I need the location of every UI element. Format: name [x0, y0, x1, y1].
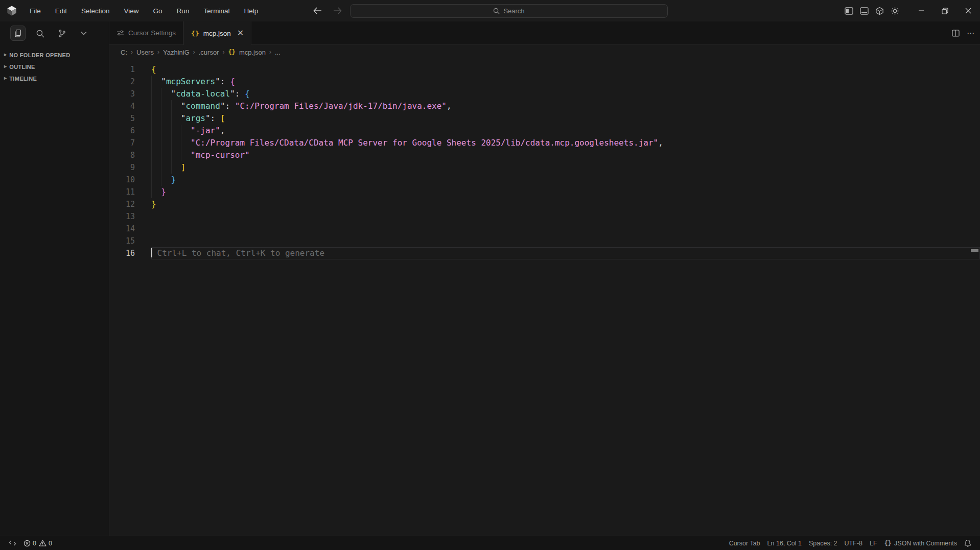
back-arrow-icon[interactable]	[313, 7, 322, 14]
menu-run[interactable]: Run	[172, 5, 195, 17]
menu-go[interactable]: Go	[148, 5, 168, 17]
status-indentation[interactable]: Spaces: 2	[805, 540, 841, 547]
breadcrumb-cursor-dir[interactable]: .cursor	[199, 49, 219, 56]
code-line-text	[151, 223, 980, 235]
window-restore-button[interactable]	[933, 0, 956, 21]
search-label: Search	[503, 7, 524, 15]
code-line[interactable]: 9 ]	[109, 161, 980, 174]
breadcrumb-symbol[interactable]: ...	[275, 49, 281, 56]
code-line[interactable]: 3 "cdata-local": {	[109, 88, 980, 100]
remote-indicator[interactable]	[5, 536, 20, 550]
code-line[interactable]: 4 "command": "C:/Program Files/Java/jdk-…	[109, 100, 980, 112]
line-number: 8	[109, 149, 135, 161]
status-encoding[interactable]: UTF-8	[841, 540, 866, 547]
sidebar-item-timeline[interactable]: ▸ TIMELINE	[0, 73, 109, 84]
chevron-right-icon: ▸	[4, 52, 7, 57]
status-cursor-position[interactable]: Ln 16, Col 1	[764, 540, 805, 547]
warning-count: 0	[49, 540, 52, 547]
chevron-separator: ›	[131, 49, 133, 56]
settings-gear-icon[interactable]	[887, 0, 902, 21]
section-label: NO FOLDER OPENED	[9, 52, 70, 58]
chevron-right-icon: ▸	[4, 75, 7, 81]
line-number: 2	[109, 76, 135, 88]
menu-selection[interactable]: Selection	[76, 5, 115, 17]
code-line[interactable]: 7 "C:/Program Files/CData/CData MCP Serv…	[109, 137, 980, 149]
code-line-text	[151, 235, 980, 247]
code-line[interactable]: 5 "args": [	[109, 112, 980, 125]
code-line[interactable]: 10 }	[109, 174, 980, 186]
sliders-icon	[116, 30, 124, 36]
line-number: 3	[109, 88, 135, 100]
code-line[interactable]: 8 "mcp-cursor"	[109, 149, 980, 161]
json-file-icon: {}	[191, 30, 199, 37]
split-editor-icon[interactable]	[952, 30, 960, 37]
status-eol[interactable]: LF	[866, 540, 881, 547]
cursor-logo-icon	[6, 5, 17, 16]
code-line[interactable]: 16Ctrl+L to chat, Ctrl+K to generate	[109, 247, 980, 259]
line-number: 10	[109, 174, 135, 186]
cursor-cube-icon[interactable]	[872, 0, 887, 21]
code-line-text: "C:/Program Files/CData/CData MCP Server…	[151, 137, 980, 149]
chevron-down-icon[interactable]	[76, 26, 91, 41]
window-close-button[interactable]	[956, 0, 980, 21]
sidebar-item-outline[interactable]: ▸ OUTLINE	[0, 61, 109, 73]
chevron-separator: ›	[157, 49, 159, 56]
text-caret	[151, 248, 152, 257]
section-label: TIMELINE	[9, 76, 37, 82]
code-line[interactable]: 11 }	[109, 186, 980, 198]
line-number: 16	[109, 247, 135, 259]
status-bar: 0 0 Cursor Tab Ln 16, Col 1 Spaces: 2 UT…	[0, 536, 980, 550]
tab-mcp-json[interactable]: {} mcp.json ✕	[183, 21, 251, 45]
code-line-text: "command": "C:/Program Files/Java/jdk-17…	[151, 100, 980, 112]
tab-cursor-settings[interactable]: Cursor Settings	[109, 21, 183, 44]
toggle-sidebar-icon[interactable]	[841, 0, 856, 21]
error-count: 0	[33, 540, 36, 547]
more-actions-icon[interactable]: ⋯	[967, 29, 975, 38]
notifications-bell[interactable]	[961, 539, 975, 547]
problems-indicator[interactable]: 0 0	[20, 536, 56, 550]
window-minimize-button[interactable]	[909, 0, 933, 21]
code-line-text: {	[151, 63, 980, 76]
menu-edit[interactable]: Edit	[50, 5, 72, 17]
code-line-text: "cdata-local": {	[151, 88, 980, 100]
menu-terminal[interactable]: Terminal	[198, 5, 235, 17]
titlebar: File Edit Selection View Go Run Terminal…	[0, 0, 980, 21]
menu-view[interactable]: View	[119, 5, 144, 17]
explorer-icon[interactable]	[10, 26, 26, 41]
line-number: 1	[109, 63, 135, 76]
warning-icon	[39, 540, 46, 546]
json-file-icon: {}	[228, 49, 235, 56]
search-input[interactable]: Search	[350, 4, 668, 18]
breadcrumb-users[interactable]: Users	[136, 49, 154, 56]
breadcrumb: C: › Users › YazhiniG › .cursor › {} mcp…	[109, 45, 980, 59]
toggle-panel-icon[interactable]	[856, 0, 872, 21]
sidebar: ▸ NO FOLDER OPENED ▸ OUTLINE ▸ TIMELINE	[0, 21, 109, 536]
line-number: 13	[109, 210, 135, 223]
source-control-icon[interactable]	[54, 26, 69, 41]
forward-arrow-icon[interactable]	[333, 7, 342, 14]
search-sidebar-icon[interactable]	[32, 26, 48, 41]
status-cursor-tab[interactable]: Cursor Tab	[726, 540, 764, 547]
tab-bar: Cursor Settings {} mcp.json ✕ ⋯	[109, 21, 980, 45]
code-editor[interactable]: 1{2 "mcpServers": {3 "cdata-local": {4 "…	[109, 59, 980, 536]
code-line[interactable]: 14	[109, 223, 980, 235]
breadcrumb-file[interactable]: mcp.json	[239, 49, 266, 56]
sidebar-item-no-folder-opened[interactable]: ▸ NO FOLDER OPENED	[0, 49, 109, 61]
code-line[interactable]: 15	[109, 235, 980, 247]
breadcrumb-drive[interactable]: C:	[121, 49, 127, 56]
menu-help[interactable]: Help	[239, 5, 263, 17]
inline-ai-hint: Ctrl+L to chat, Ctrl+K to generate	[157, 248, 325, 258]
code-line[interactable]: 12}	[109, 198, 980, 210]
line-number: 11	[109, 186, 135, 198]
menu-file[interactable]: File	[25, 5, 46, 17]
code-line[interactable]: 13	[109, 210, 980, 223]
code-line[interactable]: 2 "mcpServers": {	[109, 76, 980, 88]
code-line[interactable]: 1{	[109, 63, 980, 76]
close-icon[interactable]: ✕	[237, 29, 244, 37]
breadcrumb-user[interactable]: YazhiniG	[163, 49, 190, 56]
code-line[interactable]: 6 "-jar",	[109, 125, 980, 137]
line-number: 15	[109, 235, 135, 247]
code-line-text: "args": [	[151, 112, 980, 125]
indent-guide	[181, 125, 181, 161]
status-language-mode[interactable]: {} JSON with Comments	[881, 540, 961, 547]
